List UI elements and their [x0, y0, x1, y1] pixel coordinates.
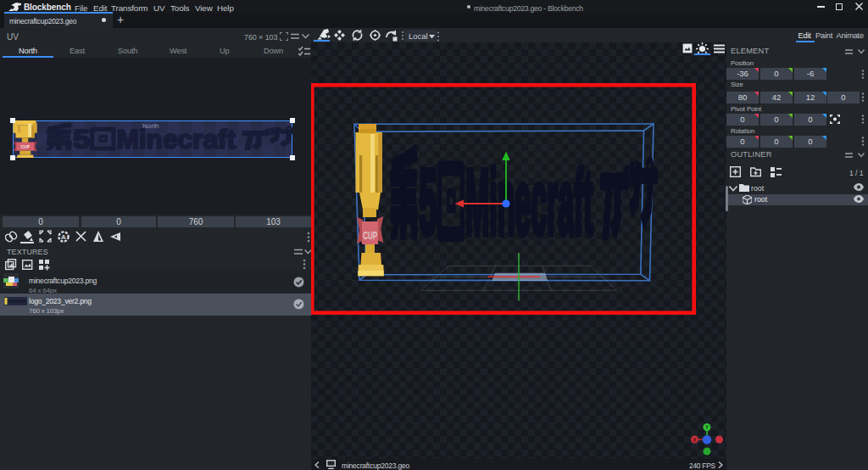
- svg-text:X: X: [693, 437, 697, 443]
- svg-text:CUP: CUP: [363, 229, 377, 241]
- svg-text:A: A: [61, 233, 66, 241]
- svg-text:Y: Y: [705, 424, 709, 430]
